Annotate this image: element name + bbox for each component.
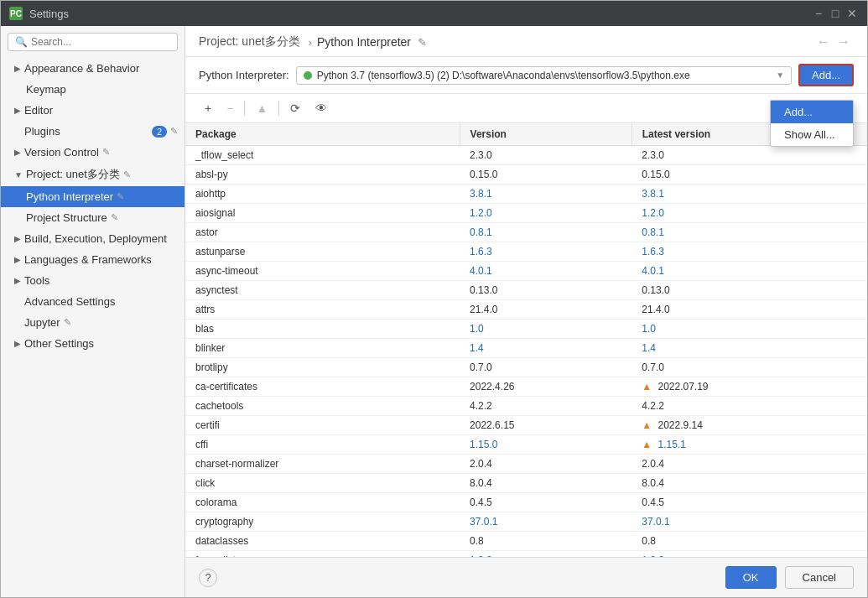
update-arrow-icon: ▲ [642,419,654,431]
remove-package-button[interactable]: − [221,99,239,117]
package-table-wrap: Package Version Latest version _tflow_se… [185,123,867,557]
cell-latest-version: 0.15.0 [632,165,867,185]
sidebar-item-label: Project: unet多分类 [26,167,120,182]
table-row: brotlipy0.7.00.7.0 [185,358,867,377]
cell-latest-version: 21.4.0 [632,300,867,320]
sidebar-item-appearance[interactable]: ▶ Appearance & Behavior [1,58,185,79]
interpreter-label: Python Interpreter: [199,69,289,81]
cell-latest-version: 37.0.1 [632,512,867,532]
cell-version: 0.13.0 [460,281,632,300]
cell-version: 0.8.1 [460,223,632,242]
cell-version: 4.0.1 [460,262,632,281]
cell-version: 2.0.4 [460,455,632,474]
interpreter-select[interactable]: Python 3.7 (tensorflow3.5) (2) D:\softwa… [296,66,792,85]
main-panel: Project: unet多分类 › Python Interpreter ✎ … [185,26,867,597]
sidebar-item-label: Build, Execution, Deployment [24,232,167,245]
cell-version: 21.4.0 [460,300,632,320]
cell-latest-version: 1.0 [632,320,867,339]
add-package-button[interactable]: + [199,99,217,117]
cell-latest-version: 0.13.0 [632,281,867,300]
title-bar: PC Settings − □ ✕ [1,1,867,26]
sidebar-item-label: Appearance & Behavior [24,62,139,75]
chevron-right-icon: ▶ [14,106,21,115]
cell-latest-version: 1.2.0 [632,551,867,558]
nav-back-button[interactable]: ← [813,34,834,49]
cell-package: charset-normalizer [185,455,460,474]
show-options-button[interactable]: 👁 [309,99,333,117]
table-row: blas1.01.0 [185,320,867,339]
sidebar-item-other-settings[interactable]: ▶ Other Settings [1,333,185,354]
sidebar-item-label: Keymap [26,83,66,96]
close-button[interactable]: ✕ [845,7,859,20]
chevron-right-icon: ▶ [14,234,21,243]
cell-package: blas [185,320,460,339]
cell-version: 0.4.5 [460,493,632,512]
sidebar-item-jupyter[interactable]: ▶ Jupyter ✎ [1,312,185,333]
sidebar-item-tools[interactable]: ▶ Tools [1,270,185,291]
cell-latest-version: 0.4.5 [632,493,867,512]
table-row: cffi1.15.0▲ 1.15.1 [185,435,867,455]
sidebar-item-editor[interactable]: ▶ Editor [1,100,185,121]
cell-package: aiohttp [185,185,460,204]
table-row: ca-certificates2022.4.26▲ 2022.07.19 [185,377,867,397]
sidebar-item-languages[interactable]: ▶ Languages & Frameworks [1,249,185,270]
package-table: Package Version Latest version _tflow_se… [185,123,867,557]
plugins-badge: 2 [152,126,167,138]
sidebar-item-label: Project Structure [26,211,107,224]
search-box[interactable]: 🔍 [8,33,178,51]
search-input[interactable] [31,36,170,48]
table-row: absl-py0.15.00.15.0 [185,165,867,185]
dropdown-item-show-all[interactable]: Show All... [771,123,853,146]
sidebar-item-label: Other Settings [24,337,94,350]
cell-version: 3.8.1 [460,185,632,204]
sidebar-item-plugins[interactable]: ▶ Plugins 2 ✎ [1,121,185,142]
table-row: _tflow_select2.3.02.3.0 [185,146,867,165]
cell-package: attrs [185,300,460,320]
edit-icon: ✎ [111,212,118,223]
sidebar-item-build[interactable]: ▶ Build, Execution, Deployment [1,228,185,249]
sidebar-item-keymap[interactable]: Keymap [1,79,185,100]
cell-version: 4.2.2 [460,397,632,416]
cell-package: asynctest [185,281,460,300]
table-row: blinker1.41.4 [185,339,867,358]
interpreter-status-icon [304,71,312,80]
chevron-down-icon: ▼ [14,170,23,179]
refresh-button[interactable]: ⟳ [284,99,306,117]
cell-latest-version: ▲ 1.15.1 [632,435,867,455]
cell-package: blinker [185,339,460,358]
sidebar-item-label: Version Control [24,146,99,159]
sidebar-item-version-control[interactable]: ▶ Version Control ✎ [1,142,185,163]
nav-forward-button[interactable]: → [834,34,854,49]
sidebar-item-python-interpreter[interactable]: Python Interpreter ✎ [1,186,185,207]
sidebar-item-advanced-settings[interactable]: ▶ Advanced Settings [1,291,185,312]
table-row: attrs21.4.021.4.0 [185,300,867,320]
sidebar-item-project-structure[interactable]: Project Structure ✎ [1,207,185,228]
edit-icon: ✎ [64,317,71,328]
cell-latest-version: 1.4 [632,339,867,358]
cell-version: 1.4 [460,339,632,358]
ok-button[interactable]: OK [725,566,777,589]
cell-latest-version: 4.2.2 [632,397,867,416]
add-interpreter-button[interactable]: Add... [798,64,854,86]
cell-version: 0.8 [460,532,632,551]
window-title: Settings [29,8,808,20]
cancel-button[interactable]: Cancel [785,566,854,589]
cell-package: brotlipy [185,358,460,377]
cell-package: async-timeout [185,262,460,281]
maximize-button[interactable]: □ [829,7,842,20]
cell-package: astunparse [185,242,460,262]
sidebar-item-project[interactable]: ▼ Project: unet多分类 ✎ [1,163,185,186]
toolbar-divider [278,101,279,116]
interpreter-bar: Python Interpreter: Python 3.7 (tensorfl… [185,57,867,94]
footer: ? OK Cancel [185,557,867,597]
help-button[interactable]: ? [199,569,217,587]
update-package-button[interactable]: ▲ [250,99,273,117]
minimize-button[interactable]: − [812,7,825,20]
search-icon: 🔍 [15,36,28,48]
cell-latest-version: 0.7.0 [632,358,867,377]
cell-package: frozenlist [185,551,460,558]
dropdown-item-add[interactable]: Add... [771,101,853,123]
cell-package: cachetools [185,397,460,416]
sidebar-item-label: Advanced Settings [24,295,115,308]
settings-window: PC Settings − □ ✕ 🔍 ▶ Appearance & Behav… [0,0,868,598]
